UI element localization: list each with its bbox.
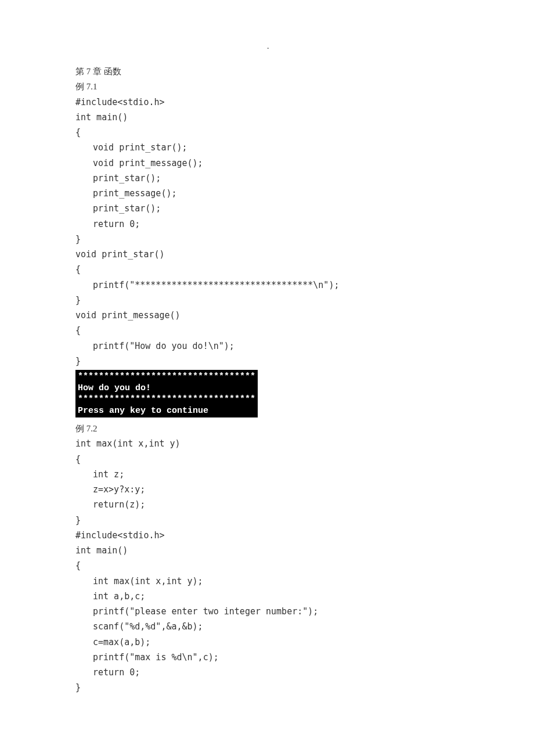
header-dot: . <box>267 42 269 51</box>
code-line: void print_star() <box>75 247 459 262</box>
code-line: print_message(); <box>75 186 459 201</box>
code-line: #include<stdio.h> <box>75 95 459 110</box>
code-line: z=x>y?x:y; <box>75 482 459 497</box>
code-line: int z; <box>75 467 459 482</box>
code-line: #include<stdio.h> <box>75 528 459 543</box>
code-block-7-2: int max(int x,int y) { int z; z=x>y?x:y;… <box>75 436 459 695</box>
code-line: return 0; <box>75 217 459 232</box>
code-line: void print_message() <box>75 308 459 323</box>
code-line: printf("max is %d\n",c); <box>75 650 459 665</box>
code-line: int max(int x,int y); <box>75 574 459 589</box>
console-line: Press any key to continue <box>78 406 208 416</box>
code-line: int max(int x,int y) <box>75 436 459 451</box>
code-line: } <box>75 354 459 369</box>
code-line: { <box>75 558 459 573</box>
example-7-1-label: 例 7.1 <box>75 79 459 94</box>
console-line: ********************************** <box>78 394 255 404</box>
code-line: } <box>75 680 459 695</box>
code-line: void print_message(); <box>75 156 459 171</box>
code-line: { <box>75 323 459 338</box>
code-line: int main() <box>75 110 459 125</box>
code-line: c=max(a,b); <box>75 635 459 650</box>
code-line: { <box>75 452 459 467</box>
chapter-heading: 第 7 章 函数 <box>75 64 459 79</box>
console-output: ********************************** How d… <box>75 370 258 417</box>
console-line: ********************************** <box>78 372 255 381</box>
code-line: int a,b,c; <box>75 589 459 604</box>
code-line: return(z); <box>75 497 459 512</box>
example-7-2-label: 例 7.2 <box>75 421 459 436</box>
console-line: How do you do! <box>78 383 151 393</box>
code-line: void print_star(); <box>75 140 459 155</box>
code-line: } <box>75 513 459 528</box>
code-line: } <box>75 293 459 308</box>
code-line: { <box>75 125 459 140</box>
code-line: return 0; <box>75 665 459 680</box>
code-line: scanf("%d,%d",&a,&b); <box>75 619 459 634</box>
code-line: printf("********************************… <box>75 278 459 293</box>
code-line: int main() <box>75 543 459 558</box>
code-block-7-1: #include<stdio.h> int main() { void prin… <box>75 95 459 369</box>
code-line: printf("How do you do!\n"); <box>75 339 459 354</box>
code-line: } <box>75 232 459 247</box>
code-line: { <box>75 262 459 277</box>
code-line: print_star(); <box>75 201 459 216</box>
code-line: printf("please enter two integer number:… <box>75 604 459 619</box>
document-page: 第 7 章 函数 例 7.1 #include<stdio.h> int mai… <box>0 0 534 756</box>
code-line: print_star(); <box>75 171 459 186</box>
